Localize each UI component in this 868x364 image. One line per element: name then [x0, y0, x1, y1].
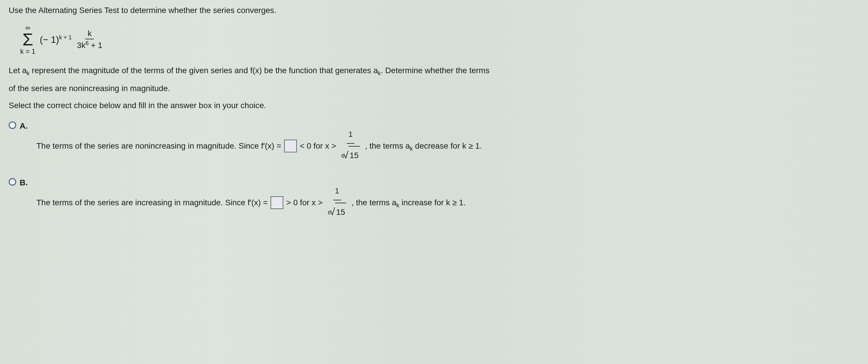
text-fragment: , the terms a [351, 198, 397, 207]
sigma-symbol: Σ [23, 32, 33, 48]
sigma-notation: ∞ Σ k = 1 [20, 24, 35, 56]
answer-input-b[interactable] [271, 196, 283, 209]
subscript: k [397, 202, 399, 208]
choice-label-b: B. [20, 178, 28, 187]
radicand: 15 [335, 203, 346, 221]
den-base: 3k [77, 41, 86, 50]
frac-den: 6 √ 15 [326, 200, 348, 223]
text-fragment: . Determine whether the terms [381, 66, 490, 75]
choice-b-text: The terms of the series are increasing i… [36, 177, 466, 223]
den-tail: + 1 [89, 41, 102, 50]
choice-a-text: The terms of the series are nonincreasin… [36, 121, 482, 166]
series-coefficient: (− 1)k + 1 [40, 34, 72, 45]
explanation-line-3: Select the correct choice below and fill… [9, 99, 859, 112]
frac-num: 1 [347, 126, 354, 144]
text-fragment: represent the magnitude of the terms of … [29, 66, 378, 75]
radical: √ 15 [330, 201, 346, 223]
text-fragment: < 0 for x > [300, 137, 336, 155]
explanation-line-1: Let ak represent the magnitude of the te… [9, 64, 859, 78]
text-fragment: Let a [9, 66, 27, 75]
text-fragment: The terms of the series are nonincreasin… [36, 137, 281, 155]
den-exponent: 6 [86, 40, 89, 46]
coef-base: (− 1) [40, 34, 59, 45]
radical-symbol: √ [330, 201, 335, 223]
threshold-fraction-a: 1 6 √ 15 [340, 126, 362, 166]
subscript: k [27, 70, 29, 76]
root-expression: 6 √ 15 [341, 144, 360, 166]
radio-wrap-b: B. [9, 177, 33, 187]
series-fraction: k 3k6 + 1 [74, 29, 104, 50]
explanation-line-2: of the series are nonincreasing in magni… [9, 82, 859, 95]
choice-a-row: A. The terms of the series are nonincrea… [9, 121, 859, 166]
text-fragment: increase for k ≥ 1. [399, 198, 466, 207]
choice-label-a: A. [20, 121, 28, 131]
text-fragment: , the terms a [365, 141, 410, 150]
radio-wrap-a: A. [9, 121, 33, 131]
choice-b-row: B. The terms of the series are increasin… [9, 177, 859, 223]
radio-button-b[interactable] [9, 178, 16, 186]
frac-den: 6 √ 15 [340, 144, 362, 166]
subscript: k [378, 70, 381, 76]
radicand: 15 [348, 146, 360, 165]
series-expression: ∞ Σ k = 1 (− 1)k + 1 k 3k6 + 1 [20, 24, 859, 56]
radical-symbol: √ [343, 144, 348, 166]
sigma-lower-limit: k = 1 [20, 48, 35, 56]
radical: √ 15 [343, 144, 360, 166]
text-fragment: , the terms ak decrease for k ≥ 1. [365, 137, 482, 155]
radio-button-a[interactable] [9, 121, 16, 129]
answer-input-a[interactable] [284, 140, 297, 152]
threshold-fraction-b: 1 6 √ 15 [326, 183, 348, 223]
text-fragment: > 0 for x > [286, 194, 322, 212]
fraction-numerator: k [85, 29, 94, 39]
text-fragment: The terms of the series are increasing i… [36, 194, 268, 212]
text-fragment: decrease for k ≥ 1. [413, 141, 482, 150]
instruction-text: Use the Alternating Series Test to deter… [9, 6, 859, 15]
coef-exponent: k + 1 [59, 34, 72, 40]
root-expression: 6 √ 15 [328, 201, 346, 223]
subscript: k [410, 145, 413, 152]
text-fragment: , the terms ak increase for k ≥ 1. [351, 194, 466, 212]
fraction-denominator: 3k6 + 1 [74, 39, 104, 50]
frac-num: 1 [333, 183, 341, 200]
